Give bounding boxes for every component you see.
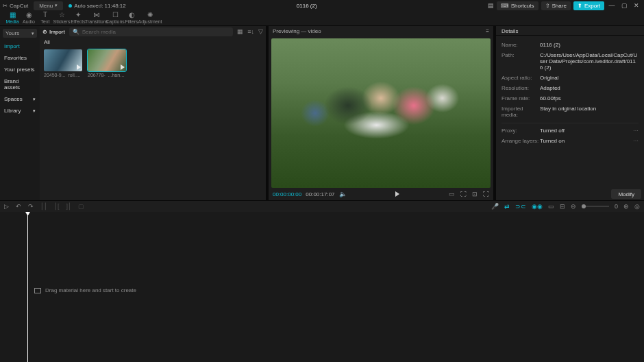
media-thumb[interactable]: 20450-9..._roll.mp4 — [44, 49, 82, 77]
split-tool[interactable]: ⎮⎮ — [40, 203, 47, 210]
tab-media[interactable]: ▦Media — [4, 12, 21, 25]
tab-transitions[interactable]: ⋈Transitions — [86, 12, 107, 25]
more-icon[interactable]: ⋯ — [633, 138, 639, 144]
sidebar-item-spaces[interactable]: Spaces▾ — [0, 93, 40, 105]
export-icon: ⬆ — [578, 3, 582, 9]
detail-label: Arrange layers: — [501, 138, 540, 144]
app-name: CapCut — [10, 3, 28, 9]
tab-adjustment[interactable]: ✺Adjustment — [140, 12, 160, 25]
tab-filters[interactable]: ◐Filters — [123, 12, 140, 25]
undo-button[interactable]: ↶ — [16, 203, 21, 210]
tab-audio[interactable]: ◉Audio — [21, 12, 37, 25]
snap-icon[interactable]: ◉◉ — [532, 203, 543, 210]
review-icon[interactable]: ▤ — [488, 2, 494, 9]
timecode-current: 00:00:00:00 — [273, 191, 301, 197]
preview-menu-icon[interactable]: ≡ — [486, 28, 489, 34]
zoom-in-icon[interactable]: ⊕ — [623, 203, 629, 210]
zoom-slider[interactable] — [582, 206, 609, 207]
zoom-icon[interactable]: ⊡ — [472, 191, 478, 197]
ratio-icon[interactable]: ▭ — [449, 191, 455, 197]
close-button[interactable]: ✕ — [632, 2, 641, 9]
grid-view-icon[interactable]: ▦ — [237, 28, 243, 35]
sidebar-item-presets[interactable]: Your presets — [0, 64, 40, 75]
fit-timeline-icon[interactable]: ◎ — [634, 203, 640, 210]
sidebar-item-brand[interactable]: Brand assets — [0, 75, 40, 93]
logo-icon: ✂ — [3, 3, 8, 9]
keyboard-icon: ⌨ — [501, 3, 509, 9]
play-button[interactable] — [395, 191, 399, 197]
preview-toggle-icon[interactable]: ▭ — [548, 203, 554, 210]
detail-label: Imported media: — [501, 106, 540, 118]
track-toggle-icon[interactable]: ⊟ — [560, 203, 565, 210]
effects-icon: ✦ — [75, 12, 81, 19]
timeline-tracks[interactable]: Drag material here and start to create — [0, 219, 644, 362]
tab-effects[interactable]: ✦Effects — [70, 12, 86, 25]
volume-icon[interactable]: 🔈 — [339, 191, 347, 197]
zoom-value: 0 — [615, 203, 618, 210]
sort-icon[interactable]: ≡↓ — [247, 28, 254, 35]
media-panel: Yours▾ Import Favorites Your presets Bra… — [0, 26, 266, 200]
status-dot-icon — [69, 4, 72, 8]
chevron-down-icon: ▾ — [55, 3, 58, 8]
maximize-button[interactable]: ▢ — [619, 2, 629, 9]
detail-label: Proxy: — [501, 128, 540, 134]
timecode-total: 00:00:17:07 — [306, 191, 334, 197]
search-icon: 🔍 — [73, 29, 79, 35]
detail-value: 0116 (2) — [540, 42, 639, 48]
link-icon[interactable]: ⇄ — [504, 203, 510, 210]
shortcuts-button[interactable]: ⌨Shortcuts — [497, 1, 538, 10]
export-button[interactable]: ⬆Export — [573, 1, 604, 10]
detail-label: Path: — [501, 52, 540, 71]
timeline-panel: ▷ ↶ ↷ ⎮⎮ ⎮[ ]⎮ ▢ 🎤 ⇄ ⊃⊂ ◉◉ ▭ ⊟ ⊖ 0 ⊕ ◎ D… — [0, 200, 644, 362]
mic-icon[interactable]: 🎤 — [491, 203, 499, 210]
app-logo: ✂ CapCut — [3, 3, 28, 9]
preview-heading: Previewing — video — [273, 28, 321, 34]
sidebar-item-favorites[interactable]: Favorites — [0, 52, 40, 64]
detail-value: Adapted — [540, 85, 639, 91]
more-icon[interactable]: ⋯ — [633, 128, 639, 134]
fit-icon[interactable]: ⛶ — [460, 191, 467, 197]
delete-left-tool[interactable]: ⎮[ — [54, 203, 60, 210]
share-button[interactable]: ⇧Share — [541, 1, 571, 10]
redo-button[interactable]: ↷ — [28, 203, 34, 210]
pointer-tool[interactable]: ▷ — [4, 203, 9, 210]
zoom-out-icon[interactable]: ⊖ — [571, 203, 576, 210]
source-select[interactable]: Yours▾ — [3, 29, 37, 38]
modify-button[interactable]: Modify — [611, 189, 641, 199]
share-icon: ⇧ — [545, 3, 550, 9]
menu-button[interactable]: Menu▾ — [34, 1, 63, 10]
timeline-ruler[interactable] — [0, 212, 644, 219]
detail-value: Stay in original location — [540, 106, 639, 118]
chevron-down-icon: ▾ — [33, 108, 36, 114]
delete-right-tool[interactable]: ]⎮ — [66, 203, 72, 210]
magnet-icon[interactable]: ⊃⊂ — [515, 203, 526, 210]
import-button[interactable]: ⊕Import — [42, 29, 65, 35]
detail-label: Frame rate: — [501, 95, 540, 101]
detail-value: C:/Users/User/AppData/Local/CapCut/User … — [540, 52, 639, 71]
filter-all[interactable]: All — [40, 37, 266, 47]
project-title: 0116 (2) — [126, 3, 488, 9]
captions-icon: ☐ — [112, 12, 119, 19]
detail-label: Name: — [501, 42, 540, 48]
drop-hint: Drag material here and start to create — [34, 287, 136, 293]
tab-captions[interactable]: ☐Captions — [107, 12, 123, 25]
search-input[interactable]: 🔍Search media — [69, 27, 234, 36]
chevron-down-icon: ▾ — [32, 31, 34, 36]
tab-stickers[interactable]: ☆Stickers — [53, 12, 70, 25]
import-icon: ⊕ — [42, 29, 47, 35]
preview-viewport[interactable] — [271, 38, 491, 188]
filter-icon[interactable]: ▽ — [258, 28, 263, 35]
detail-value: Turned off — [540, 128, 633, 134]
autosave-status: Auto saved: 11:48:12 — [69, 3, 126, 9]
sidebar-item-library[interactable]: Library▾ — [0, 105, 40, 117]
media-thumb[interactable]: 206778-_...han.mp4 — [88, 49, 126, 77]
clip-icon — [34, 288, 41, 293]
audio-icon: ◉ — [26, 12, 32, 19]
minimize-button[interactable]: — — [607, 2, 617, 9]
tab-text[interactable]: TText — [37, 12, 53, 25]
delete-tool[interactable]: ▢ — [78, 203, 84, 210]
preview-panel: Previewing — video ≡ 00:00:00:00 00:00:1… — [269, 26, 493, 200]
stickers-icon: ☆ — [59, 12, 65, 19]
fullscreen-icon[interactable]: ⛶ — [483, 191, 489, 197]
sidebar-item-import[interactable]: Import — [0, 40, 40, 52]
